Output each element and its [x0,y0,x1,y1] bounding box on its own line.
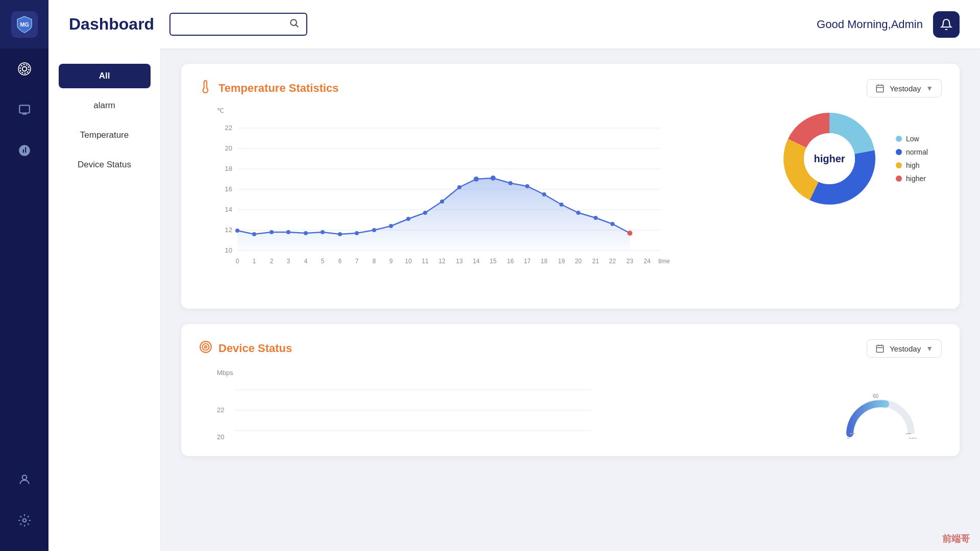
svg-point-7 [290,19,297,26]
search-icon [289,18,299,31]
legend: Low normal high [896,135,928,183]
device-dropdown[interactable]: Yestoday ▼ [867,339,942,358]
search-box [169,13,307,36]
svg-text:20: 20 [225,144,232,152]
svg-text:22: 22 [609,258,616,265]
svg-text:2: 2 [270,258,274,265]
svg-point-40 [457,185,461,189]
svg-point-49 [610,222,615,226]
logo-badge: MG [11,11,38,38]
svg-text:higher: higher [814,153,845,164]
device-title-wrap: Device Status [199,340,292,357]
nav-item-all[interactable]: All [59,64,151,88]
svg-point-31 [304,231,308,235]
device-y-22: 22 [217,406,224,414]
svg-text:16: 16 [507,258,514,265]
svg-point-85 [205,346,207,348]
legend-normal: normal [896,148,928,156]
svg-text:6: 6 [338,258,342,265]
svg-text:9: 9 [389,258,393,265]
nav-item-device-status[interactable]: Device Status [59,153,151,177]
svg-text:22: 22 [225,124,232,132]
search-input[interactable] [178,20,285,29]
line-chart-svg: 22 20 18 16 14 12 10 [217,118,676,291]
device-chart-area: Mbps 22 20 [217,368,942,441]
device-y-20: 20 [217,433,224,441]
bell-button[interactable] [933,11,960,38]
sidebar-item-chart[interactable] [0,130,48,171]
svg-point-28 [252,232,256,236]
svg-text:13: 13 [456,258,463,265]
svg-rect-4 [19,105,30,113]
sidebar-item-device[interactable] [0,89,48,130]
svg-text:time: time [658,258,670,265]
svg-text:100: 100 [909,437,916,439]
device-card-title: Device Status [218,342,292,355]
donut-chart: higher [778,108,880,210]
content-area: All alarm Temperature Device Status Temp… [48,48,980,551]
thermometer-icon [199,80,212,96]
svg-text:11: 11 [422,258,429,265]
svg-point-42 [491,176,496,181]
svg-text:14: 14 [473,258,480,265]
temp-card-title: Temperature Statistics [218,82,339,95]
svg-text:5: 5 [321,258,325,265]
svg-point-39 [440,199,444,204]
sidebar-logo: MG [0,0,48,48]
svg-point-47 [576,211,580,215]
topbar: Dashboard Good Morning,Admin [48,0,980,48]
temp-dropdown-label: Yestoday [890,84,921,93]
svg-text:21: 21 [592,258,599,265]
temp-card-header: Temperature Statistics Yestoday ▼ [199,79,942,97]
svg-point-1 [22,67,27,71]
temperature-card: Temperature Statistics Yestoday ▼ [181,64,960,309]
nav-item-alarm[interactable]: alarm [59,93,151,118]
svg-rect-9 [876,85,884,92]
device-gauge-preview: 0 60 100 [845,388,916,441]
svg-point-32 [321,230,325,234]
svg-point-44 [525,184,529,188]
svg-text:14: 14 [225,206,232,213]
svg-text:18: 18 [225,165,232,172]
legend-high: high [896,161,928,169]
svg-point-30 [286,230,290,234]
svg-point-45 [542,192,546,196]
svg-point-35 [372,228,376,232]
svg-point-41 [474,177,479,182]
sidebar-item-camera[interactable] [0,48,48,89]
svg-text:1: 1 [253,258,256,265]
sidebar-item-settings[interactable] [0,500,48,541]
svg-point-50 [627,231,632,236]
temp-dropdown[interactable]: Yestoday ▼ [867,79,942,97]
svg-text:20: 20 [575,258,582,265]
nav-item-temperature[interactable]: Temperature [59,123,151,147]
donut-wrap: higher Low normal [778,108,942,210]
target-icon [199,340,212,357]
svg-text:4: 4 [304,258,308,265]
svg-text:23: 23 [626,258,633,265]
svg-rect-86 [876,345,884,353]
legend-dot-normal [896,149,902,155]
svg-point-29 [270,230,274,234]
svg-text:0: 0 [847,437,850,439]
svg-point-43 [508,181,512,185]
line-chart-wrap: ℃ [199,108,758,293]
svg-point-37 [406,217,410,221]
page-title: Dashboard [69,15,154,34]
left-nav: All alarm Temperature Device Status [48,48,161,551]
svg-text:12: 12 [438,258,446,265]
y-axis-unit: ℃ [217,107,225,114]
greeting-text: Good Morning,Admin [817,18,923,31]
svg-point-6 [22,519,26,522]
svg-point-46 [559,203,564,207]
svg-text:12: 12 [225,226,232,234]
temp-chart-body: ℃ [199,108,942,293]
svg-text:10: 10 [225,246,232,254]
legend-label-normal: normal [906,148,928,156]
main-wrapper: Dashboard Good Morning,Admin All [48,0,980,551]
device-chart-svg [234,380,592,441]
svg-text:0: 0 [236,258,239,265]
sidebar-item-user[interactable] [0,459,48,500]
svg-text:18: 18 [541,258,548,265]
topbar-right: Good Morning,Admin [817,11,960,38]
